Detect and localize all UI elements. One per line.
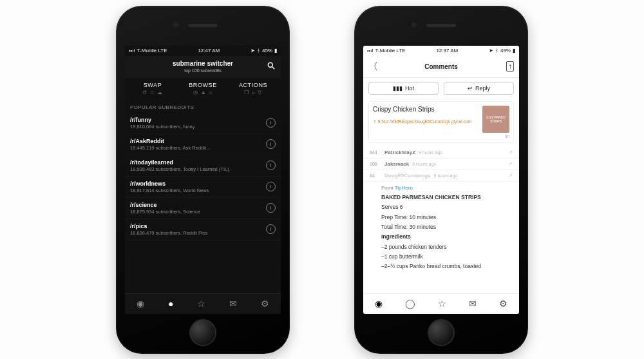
status-bar: ••ıl T-Mobile LTE 12:47 AM ➤ ᚼ 45% ▮ <box>125 46 281 56</box>
comment-age: 9 hours ago <box>434 173 458 178</box>
location-icon: ➤ <box>489 48 493 53</box>
page-title: submarine switcher <box>125 60 281 67</box>
nav-bar: submarine switcher top 100 subreddits <box>125 56 281 78</box>
battery-icon: ▮ <box>274 48 277 53</box>
favorites-icon[interactable]: ☆ <box>197 298 205 309</box>
tab-label: BROWSE <box>178 82 228 88</box>
bluetooth-icon: ᚼ <box>257 48 260 53</box>
posts-icon[interactable]: ◯ <box>405 298 415 309</box>
comment-row[interactable]: 100 Jaksmack 8 hours ago ↗ <box>363 159 519 170</box>
info-icon[interactable]: i <box>266 203 276 213</box>
post-meta: ⇧ 9,512 /r/GifRecipes DougE5Cummings gfy… <box>373 119 478 124</box>
status-right: ➤ ᚼ 45% ▮ <box>251 48 277 53</box>
cloud-icon: ☁ <box>157 90 163 95</box>
post-thumbnail[interactable]: 2-1/2 PANKO STRIPS <box>482 106 509 133</box>
svg-line-1 <box>272 67 275 70</box>
signal-icon: ••ıl <box>129 48 135 53</box>
source-link[interactable]: TipHero <box>395 185 413 191</box>
home-icon: ⌂ <box>209 90 212 95</box>
tab-swap[interactable]: SWAP ↺☆☁ <box>128 82 178 95</box>
collapse-icon[interactable]: ↗ <box>508 161 513 167</box>
reply-button[interactable]: ↩ Reply <box>444 82 514 95</box>
info-icon[interactable]: i <box>266 160 276 170</box>
collapse-icon[interactable]: ↗ <box>508 173 513 179</box>
comment-age: 9 hours ago <box>419 150 442 155</box>
comment-row[interactable]: 84 DougE5Cummings 9 hours ago ↗ <box>363 170 519 182</box>
svg-point-0 <box>268 63 272 67</box>
comment-age: 8 hours ago <box>412 162 436 166</box>
settings-icon[interactable]: ⚙ <box>261 298 269 309</box>
comment-row[interactable]: 844 PatrickSlayZ 9 hours ago ↗ <box>363 147 519 159</box>
comments-list: 844 PatrickSlayZ 9 hours ago ↗ 100 Jaksm… <box>363 147 519 273</box>
ingredients-heading: Ingredients <box>381 233 411 240</box>
alien-icon[interactable]: ◉ <box>137 298 144 309</box>
search-icon[interactable] <box>267 61 276 72</box>
tab-browse[interactable]: BROWSE ◷▲⌂ <box>178 82 228 95</box>
settings-icon[interactable]: ⚙ <box>499 298 507 309</box>
flame-icon: ▲ <box>201 90 207 95</box>
collapse-icon[interactable]: ↗ <box>508 150 513 155</box>
reply-icon: ↩ <box>468 85 473 92</box>
sort-button[interactable]: ▮▮▮ Hot <box>368 82 439 95</box>
list-item[interactable]: /r/pics18,826,479 subscribers, Reddit Pi… <box>125 219 281 240</box>
status-bar: ••ıl T-Mobile LTE 12:37 AM ➤ ᚼ 49% ▮ <box>363 46 519 56</box>
nav-bar: 〈 Comments ↑ <box>363 56 519 78</box>
list-item[interactable]: /r/AskReddit19,445,119 subscribers, Ask … <box>125 134 281 155</box>
star-icon: ☆ <box>150 90 155 95</box>
bluetooth-icon: ᚼ <box>495 48 498 53</box>
clock: 12:47 AM <box>198 48 220 53</box>
list-item[interactable]: /r/funny19,810,084 subscribers, funny i <box>125 113 281 134</box>
location-icon: ➤ <box>251 48 255 53</box>
random-icon: ↺ <box>142 90 147 95</box>
tab-label: ACTIONS <box>228 82 278 88</box>
reply-label: Reply <box>475 85 490 92</box>
screen-left: ••ıl T-Mobile LTE 12:47 AM ➤ ᚼ 45% ▮ sub… <box>125 46 281 314</box>
filter-icon: ▽ <box>258 90 262 95</box>
list-item[interactable]: /r/science18,875,934 subscribers, Scienc… <box>125 198 281 219</box>
search-small-icon: ⌕ <box>252 90 256 95</box>
section-header: POPULAR SUBREDDITS <box>125 101 281 113</box>
battery-label: 49% <box>500 48 511 53</box>
list-item[interactable]: /r/worldnews18,917,814 subscribers, Worl… <box>125 177 281 198</box>
info-icon[interactable]: i <box>266 182 276 191</box>
post-title: Crispy Chicken Strips <box>373 106 478 113</box>
alien-icon[interactable]: ◉ <box>375 298 383 309</box>
bars-icon: ▮▮▮ <box>393 85 402 92</box>
comment-user: Jaksmack <box>384 161 409 167</box>
info-icon[interactable]: i <box>266 224 276 234</box>
tab-label: SWAP <box>128 82 178 88</box>
copy-icon: ❐ <box>244 90 249 95</box>
messages-icon[interactable]: ✉ <box>229 298 237 309</box>
tab-actions[interactable]: ACTIONS ❐⌕▽ <box>228 82 278 95</box>
comment-user: DougE5Cummings <box>384 173 431 179</box>
subreddit-list[interactable]: /r/funny19,810,084 subscribers, funny i … <box>125 113 281 293</box>
home-button[interactable] <box>189 319 216 346</box>
nav-title: submarine switcher top 100 subreddits <box>125 60 281 73</box>
segment-control: SWAP ↺☆☁ BROWSE ◷▲⌂ ACTIONS ❐⌕▽ <box>125 78 281 101</box>
list-item[interactable]: /r/todayilearned18,938,483 subscribers, … <box>125 155 281 177</box>
posts-icon[interactable]: ● <box>168 298 173 309</box>
comment-score: 100 <box>370 162 381 166</box>
screen-right: ••ıl T-Mobile LTE 12:37 AM ➤ ᚼ 49% ▮ 〈 C… <box>363 46 519 314</box>
bottom-tab-bar: ◉ ◯ ☆ ✉ ⚙ <box>363 293 519 314</box>
page-subtitle: top 100 subreddits <box>184 68 222 73</box>
clock-icon: ◷ <box>193 90 198 95</box>
favorites-icon[interactable]: ☆ <box>438 298 446 309</box>
share-icon[interactable]: ↑ <box>506 61 514 72</box>
carrier-label: T-Mobile LTE <box>137 48 167 53</box>
info-icon[interactable]: i <box>266 139 276 149</box>
page-title: Comments <box>363 63 519 70</box>
messages-icon[interactable]: ✉ <box>469 298 477 309</box>
status-right: ➤ ᚼ 49% ▮ <box>489 48 515 53</box>
signal-icon: ••ıl <box>367 48 374 53</box>
bottom-tab-bar: ◉ ● ☆ ✉ ⚙ <box>125 293 281 314</box>
comment-user: PatrickSlayZ <box>384 150 415 155</box>
battery-icon: ▮ <box>513 48 515 53</box>
phone-right: ••ıl T-Mobile LTE 12:37 AM ➤ ᚼ 49% ▮ 〈 C… <box>354 6 528 354</box>
home-button[interactable] <box>428 319 455 346</box>
post-card[interactable]: Crispy Chicken Strips ⇧ 9,512 /r/GifReci… <box>368 101 514 143</box>
back-icon[interactable]: 〈 <box>368 61 378 73</box>
info-icon[interactable]: i <box>266 118 276 128</box>
comment-score: 84 <box>370 173 381 178</box>
action-buttons: ▮▮▮ Hot ↩ Reply <box>363 78 519 99</box>
